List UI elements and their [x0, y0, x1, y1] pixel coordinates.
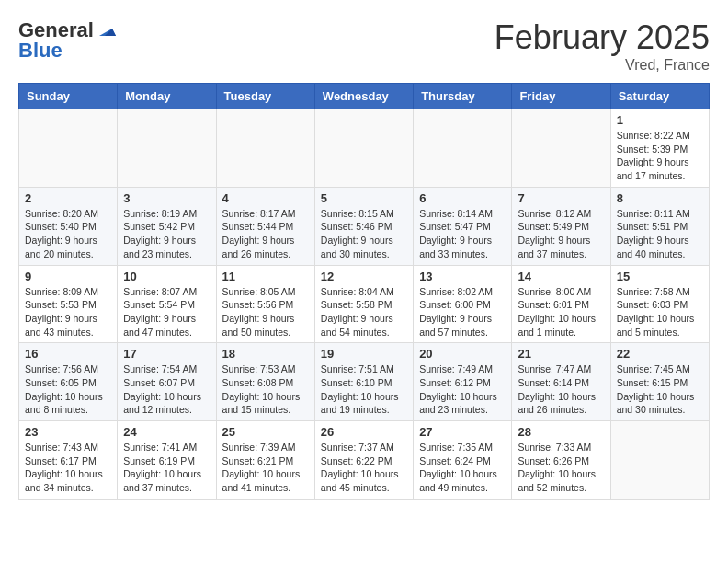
day-info: Sunrise: 8:05 AM Sunset: 5:56 PM Dayligh…: [222, 285, 309, 339]
day-info: Sunrise: 7:45 AM Sunset: 6:15 PM Dayligh…: [617, 362, 703, 417]
day-number: 17: [123, 347, 210, 361]
weekday-tuesday: Tuesday: [216, 84, 314, 109]
calendar-cell: 17Sunrise: 7:54 AM Sunset: 6:07 PM Dayli…: [118, 343, 216, 421]
calendar-cell: 20Sunrise: 7:49 AM Sunset: 6:12 PM Dayli…: [414, 343, 512, 421]
day-info: Sunrise: 8:12 AM Sunset: 5:49 PM Dayligh…: [518, 207, 604, 261]
day-number: 21: [518, 347, 604, 361]
calendar-cell: 16Sunrise: 7:56 AM Sunset: 6:05 PM Dayli…: [19, 343, 118, 421]
day-info: Sunrise: 7:58 AM Sunset: 6:03 PM Dayligh…: [617, 285, 703, 339]
calendar-cell: 25Sunrise: 7:39 AM Sunset: 6:21 PM Dayli…: [216, 421, 314, 500]
day-info: Sunrise: 8:02 AM Sunset: 6:00 PM Dayligh…: [419, 285, 506, 339]
calendar-cell: [216, 109, 314, 188]
day-number: 15: [617, 270, 703, 283]
logo: General Blue: [18, 18, 116, 63]
day-info: Sunrise: 7:41 AM Sunset: 6:19 PM Dayligh…: [123, 441, 210, 495]
day-number: 24: [123, 425, 210, 439]
day-number: 2: [25, 191, 111, 205]
calendar-cell: 9Sunrise: 8:09 AM Sunset: 5:53 PM Daylig…: [19, 265, 118, 343]
calendar-cell: 13Sunrise: 8:02 AM Sunset: 6:00 PM Dayli…: [414, 265, 512, 343]
day-info: Sunrise: 8:00 AM Sunset: 6:01 PM Dayligh…: [518, 285, 604, 339]
day-number: 12: [321, 270, 407, 283]
week-row-2: 2Sunrise: 8:20 AM Sunset: 5:40 PM Daylig…: [19, 187, 710, 265]
calendar-cell: [118, 109, 216, 188]
weekday-friday: Friday: [512, 84, 610, 109]
day-info: Sunrise: 7:35 AM Sunset: 6:24 PM Dayligh…: [419, 441, 506, 495]
calendar-cell: 21Sunrise: 7:47 AM Sunset: 6:14 PM Dayli…: [512, 343, 610, 421]
day-info: Sunrise: 8:22 AM Sunset: 5:39 PM Dayligh…: [617, 129, 703, 183]
calendar-cell: 5Sunrise: 8:15 AM Sunset: 5:46 PM Daylig…: [314, 187, 413, 265]
day-number: 26: [321, 425, 407, 439]
week-row-5: 23Sunrise: 7:43 AM Sunset: 6:17 PM Dayli…: [19, 421, 710, 500]
weekday-saturday: Saturday: [610, 84, 709, 109]
day-info: Sunrise: 7:51 AM Sunset: 6:10 PM Dayligh…: [321, 362, 407, 417]
day-info: Sunrise: 8:14 AM Sunset: 5:47 PM Dayligh…: [419, 207, 506, 261]
day-info: Sunrise: 7:39 AM Sunset: 6:21 PM Dayligh…: [222, 441, 309, 495]
calendar-cell: [512, 109, 610, 188]
calendar-cell: 2Sunrise: 8:20 AM Sunset: 5:40 PM Daylig…: [19, 187, 118, 265]
logo-icon: [96, 19, 116, 40]
calendar-cell: 6Sunrise: 8:14 AM Sunset: 5:47 PM Daylig…: [414, 187, 512, 265]
week-row-3: 9Sunrise: 8:09 AM Sunset: 5:53 PM Daylig…: [19, 265, 710, 343]
calendar-cell: 4Sunrise: 8:17 AM Sunset: 5:44 PM Daylig…: [216, 187, 314, 265]
day-number: 16: [25, 347, 111, 361]
day-info: Sunrise: 7:37 AM Sunset: 6:22 PM Dayligh…: [321, 441, 407, 495]
calendar-cell: 3Sunrise: 8:19 AM Sunset: 5:42 PM Daylig…: [118, 187, 216, 265]
calendar-cell: 10Sunrise: 8:07 AM Sunset: 5:54 PM Dayli…: [118, 265, 216, 343]
day-number: 11: [222, 270, 309, 283]
day-info: Sunrise: 8:20 AM Sunset: 5:40 PM Dayligh…: [25, 207, 111, 261]
day-number: 23: [25, 425, 111, 439]
day-number: 28: [518, 425, 604, 439]
week-row-4: 16Sunrise: 7:56 AM Sunset: 6:05 PM Dayli…: [19, 343, 710, 421]
day-info: Sunrise: 7:33 AM Sunset: 6:26 PM Dayligh…: [518, 441, 604, 495]
calendar-cell: 28Sunrise: 7:33 AM Sunset: 6:26 PM Dayli…: [512, 421, 610, 500]
calendar-cell: [314, 109, 413, 188]
day-info: Sunrise: 7:54 AM Sunset: 6:07 PM Dayligh…: [123, 362, 210, 417]
weekday-sunday: Sunday: [19, 84, 118, 109]
day-number: 3: [123, 191, 210, 205]
day-number: 18: [222, 347, 309, 361]
day-number: 25: [222, 425, 309, 439]
day-info: Sunrise: 7:49 AM Sunset: 6:12 PM Dayligh…: [419, 362, 506, 417]
day-number: 13: [419, 270, 506, 283]
day-info: Sunrise: 8:09 AM Sunset: 5:53 PM Dayligh…: [25, 285, 111, 339]
day-info: Sunrise: 7:47 AM Sunset: 6:14 PM Dayligh…: [518, 362, 604, 417]
calendar-cell: 22Sunrise: 7:45 AM Sunset: 6:15 PM Dayli…: [610, 343, 709, 421]
location: Vred, France: [495, 57, 710, 74]
day-info: Sunrise: 7:43 AM Sunset: 6:17 PM Dayligh…: [25, 441, 111, 495]
day-number: 9: [25, 270, 111, 283]
day-number: 20: [419, 347, 506, 361]
day-info: Sunrise: 8:07 AM Sunset: 5:54 PM Dayligh…: [123, 285, 210, 339]
day-info: Sunrise: 8:15 AM Sunset: 5:46 PM Dayligh…: [321, 207, 407, 261]
calendar-cell: [19, 109, 118, 188]
day-number: 8: [617, 191, 703, 205]
weekday-header-row: SundayMondayTuesdayWednesdayThursdayFrid…: [19, 84, 710, 109]
calendar-cell: 7Sunrise: 8:12 AM Sunset: 5:49 PM Daylig…: [512, 187, 610, 265]
calendar-cell: 18Sunrise: 7:53 AM Sunset: 6:08 PM Dayli…: [216, 343, 314, 421]
day-number: 14: [518, 270, 604, 283]
calendar-cell: 27Sunrise: 7:35 AM Sunset: 6:24 PM Dayli…: [414, 421, 512, 500]
day-number: 7: [518, 191, 604, 205]
calendar-cell: [414, 109, 512, 188]
day-number: 5: [321, 191, 407, 205]
calendar-cell: 8Sunrise: 8:11 AM Sunset: 5:51 PM Daylig…: [610, 187, 709, 265]
day-info: Sunrise: 7:53 AM Sunset: 6:08 PM Dayligh…: [222, 362, 309, 417]
calendar-cell: [610, 421, 709, 500]
day-number: 27: [419, 425, 506, 439]
calendar-cell: 19Sunrise: 7:51 AM Sunset: 6:10 PM Dayli…: [314, 343, 413, 421]
weekday-monday: Monday: [118, 84, 216, 109]
page-header: General Blue February 2025 Vred, France: [18, 18, 710, 74]
calendar: SundayMondayTuesdayWednesdayThursdayFrid…: [18, 83, 710, 500]
day-number: 22: [617, 347, 703, 361]
day-info: Sunrise: 8:17 AM Sunset: 5:44 PM Dayligh…: [222, 207, 309, 261]
weekday-wednesday: Wednesday: [314, 84, 413, 109]
day-number: 6: [419, 191, 506, 205]
weekday-thursday: Thursday: [414, 84, 512, 109]
calendar-cell: 14Sunrise: 8:00 AM Sunset: 6:01 PM Dayli…: [512, 265, 610, 343]
calendar-cell: 12Sunrise: 8:04 AM Sunset: 5:58 PM Dayli…: [314, 265, 413, 343]
calendar-cell: 11Sunrise: 8:05 AM Sunset: 5:56 PM Dayli…: [216, 265, 314, 343]
day-info: Sunrise: 8:11 AM Sunset: 5:51 PM Dayligh…: [617, 207, 703, 261]
day-number: 4: [222, 191, 309, 205]
calendar-cell: 1Sunrise: 8:22 AM Sunset: 5:39 PM Daylig…: [610, 109, 709, 188]
calendar-cell: 23Sunrise: 7:43 AM Sunset: 6:17 PM Dayli…: [19, 421, 118, 500]
day-info: Sunrise: 8:19 AM Sunset: 5:42 PM Dayligh…: [123, 207, 210, 261]
